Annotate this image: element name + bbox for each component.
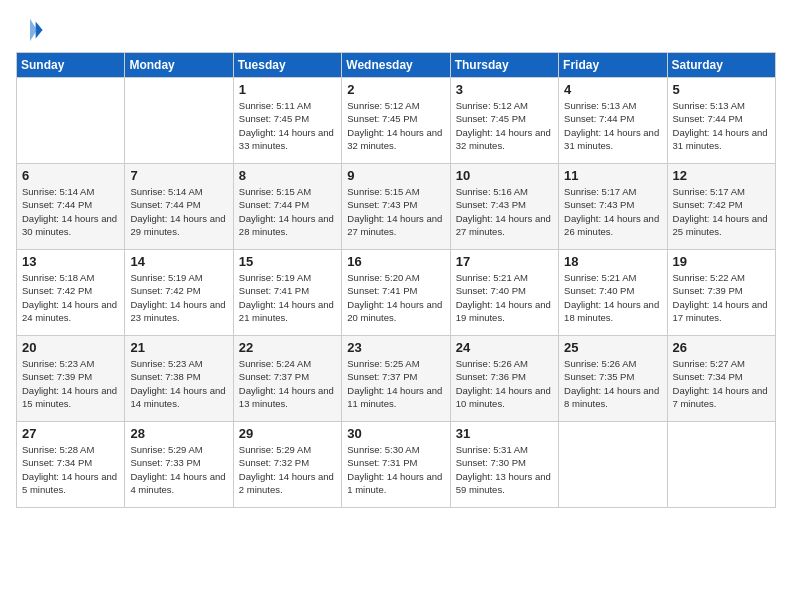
day-number: 27	[22, 426, 119, 441]
calendar-cell: 4Sunrise: 5:13 AMSunset: 7:44 PMDaylight…	[559, 78, 667, 164]
calendar-cell: 22Sunrise: 5:24 AMSunset: 7:37 PMDayligh…	[233, 336, 341, 422]
calendar-cell: 13Sunrise: 5:18 AMSunset: 7:42 PMDayligh…	[17, 250, 125, 336]
day-number: 5	[673, 82, 770, 97]
calendar-cell: 23Sunrise: 5:25 AMSunset: 7:37 PMDayligh…	[342, 336, 450, 422]
day-number: 12	[673, 168, 770, 183]
day-number: 30	[347, 426, 444, 441]
calendar-cell	[17, 78, 125, 164]
day-info: Sunrise: 5:30 AMSunset: 7:31 PMDaylight:…	[347, 443, 444, 496]
calendar-cell: 26Sunrise: 5:27 AMSunset: 7:34 PMDayligh…	[667, 336, 775, 422]
weekday-header: Wednesday	[342, 53, 450, 78]
calendar-cell: 25Sunrise: 5:26 AMSunset: 7:35 PMDayligh…	[559, 336, 667, 422]
calendar-cell: 12Sunrise: 5:17 AMSunset: 7:42 PMDayligh…	[667, 164, 775, 250]
calendar-cell: 2Sunrise: 5:12 AMSunset: 7:45 PMDaylight…	[342, 78, 450, 164]
day-info: Sunrise: 5:20 AMSunset: 7:41 PMDaylight:…	[347, 271, 444, 324]
calendar-cell	[667, 422, 775, 508]
day-info: Sunrise: 5:29 AMSunset: 7:32 PMDaylight:…	[239, 443, 336, 496]
weekday-header: Thursday	[450, 53, 558, 78]
calendar-cell: 24Sunrise: 5:26 AMSunset: 7:36 PMDayligh…	[450, 336, 558, 422]
day-info: Sunrise: 5:12 AMSunset: 7:45 PMDaylight:…	[456, 99, 553, 152]
day-info: Sunrise: 5:18 AMSunset: 7:42 PMDaylight:…	[22, 271, 119, 324]
day-number: 20	[22, 340, 119, 355]
day-info: Sunrise: 5:31 AMSunset: 7:30 PMDaylight:…	[456, 443, 553, 496]
calendar-cell: 16Sunrise: 5:20 AMSunset: 7:41 PMDayligh…	[342, 250, 450, 336]
day-info: Sunrise: 5:15 AMSunset: 7:43 PMDaylight:…	[347, 185, 444, 238]
logo	[16, 16, 48, 44]
calendar-week-row: 20Sunrise: 5:23 AMSunset: 7:39 PMDayligh…	[17, 336, 776, 422]
day-number: 28	[130, 426, 227, 441]
day-info: Sunrise: 5:23 AMSunset: 7:38 PMDaylight:…	[130, 357, 227, 410]
day-number: 18	[564, 254, 661, 269]
calendar-cell: 29Sunrise: 5:29 AMSunset: 7:32 PMDayligh…	[233, 422, 341, 508]
calendar-cell	[125, 78, 233, 164]
day-number: 15	[239, 254, 336, 269]
day-info: Sunrise: 5:26 AMSunset: 7:36 PMDaylight:…	[456, 357, 553, 410]
day-info: Sunrise: 5:19 AMSunset: 7:41 PMDaylight:…	[239, 271, 336, 324]
day-info: Sunrise: 5:24 AMSunset: 7:37 PMDaylight:…	[239, 357, 336, 410]
day-number: 6	[22, 168, 119, 183]
day-number: 16	[347, 254, 444, 269]
day-number: 2	[347, 82, 444, 97]
calendar-cell: 21Sunrise: 5:23 AMSunset: 7:38 PMDayligh…	[125, 336, 233, 422]
day-info: Sunrise: 5:13 AMSunset: 7:44 PMDaylight:…	[673, 99, 770, 152]
calendar-week-row: 13Sunrise: 5:18 AMSunset: 7:42 PMDayligh…	[17, 250, 776, 336]
calendar-week-row: 1Sunrise: 5:11 AMSunset: 7:45 PMDaylight…	[17, 78, 776, 164]
day-number: 13	[22, 254, 119, 269]
calendar-cell: 1Sunrise: 5:11 AMSunset: 7:45 PMDaylight…	[233, 78, 341, 164]
day-number: 11	[564, 168, 661, 183]
weekday-header: Friday	[559, 53, 667, 78]
calendar-cell: 28Sunrise: 5:29 AMSunset: 7:33 PMDayligh…	[125, 422, 233, 508]
calendar-cell: 14Sunrise: 5:19 AMSunset: 7:42 PMDayligh…	[125, 250, 233, 336]
day-info: Sunrise: 5:26 AMSunset: 7:35 PMDaylight:…	[564, 357, 661, 410]
day-number: 4	[564, 82, 661, 97]
calendar-cell: 8Sunrise: 5:15 AMSunset: 7:44 PMDaylight…	[233, 164, 341, 250]
weekday-header: Saturday	[667, 53, 775, 78]
day-number: 29	[239, 426, 336, 441]
calendar-cell: 20Sunrise: 5:23 AMSunset: 7:39 PMDayligh…	[17, 336, 125, 422]
page-header	[16, 16, 776, 44]
calendar-cell: 15Sunrise: 5:19 AMSunset: 7:41 PMDayligh…	[233, 250, 341, 336]
day-info: Sunrise: 5:25 AMSunset: 7:37 PMDaylight:…	[347, 357, 444, 410]
calendar-cell: 5Sunrise: 5:13 AMSunset: 7:44 PMDaylight…	[667, 78, 775, 164]
weekday-header: Tuesday	[233, 53, 341, 78]
calendar-week-row: 6Sunrise: 5:14 AMSunset: 7:44 PMDaylight…	[17, 164, 776, 250]
day-info: Sunrise: 5:16 AMSunset: 7:43 PMDaylight:…	[456, 185, 553, 238]
weekday-header-row: SundayMondayTuesdayWednesdayThursdayFrid…	[17, 53, 776, 78]
calendar-cell: 11Sunrise: 5:17 AMSunset: 7:43 PMDayligh…	[559, 164, 667, 250]
day-number: 21	[130, 340, 227, 355]
day-info: Sunrise: 5:14 AMSunset: 7:44 PMDaylight:…	[22, 185, 119, 238]
day-number: 14	[130, 254, 227, 269]
day-info: Sunrise: 5:19 AMSunset: 7:42 PMDaylight:…	[130, 271, 227, 324]
calendar-cell: 17Sunrise: 5:21 AMSunset: 7:40 PMDayligh…	[450, 250, 558, 336]
day-number: 7	[130, 168, 227, 183]
day-number: 31	[456, 426, 553, 441]
day-info: Sunrise: 5:23 AMSunset: 7:39 PMDaylight:…	[22, 357, 119, 410]
calendar-cell: 9Sunrise: 5:15 AMSunset: 7:43 PMDaylight…	[342, 164, 450, 250]
logo-icon	[16, 16, 44, 44]
day-info: Sunrise: 5:15 AMSunset: 7:44 PMDaylight:…	[239, 185, 336, 238]
day-info: Sunrise: 5:29 AMSunset: 7:33 PMDaylight:…	[130, 443, 227, 496]
day-info: Sunrise: 5:17 AMSunset: 7:42 PMDaylight:…	[673, 185, 770, 238]
calendar-cell: 31Sunrise: 5:31 AMSunset: 7:30 PMDayligh…	[450, 422, 558, 508]
weekday-header: Monday	[125, 53, 233, 78]
day-info: Sunrise: 5:17 AMSunset: 7:43 PMDaylight:…	[564, 185, 661, 238]
calendar-table: SundayMondayTuesdayWednesdayThursdayFrid…	[16, 52, 776, 508]
calendar-cell: 19Sunrise: 5:22 AMSunset: 7:39 PMDayligh…	[667, 250, 775, 336]
calendar-week-row: 27Sunrise: 5:28 AMSunset: 7:34 PMDayligh…	[17, 422, 776, 508]
day-number: 17	[456, 254, 553, 269]
day-number: 9	[347, 168, 444, 183]
day-number: 19	[673, 254, 770, 269]
calendar-cell: 6Sunrise: 5:14 AMSunset: 7:44 PMDaylight…	[17, 164, 125, 250]
day-number: 25	[564, 340, 661, 355]
day-info: Sunrise: 5:21 AMSunset: 7:40 PMDaylight:…	[564, 271, 661, 324]
calendar-cell: 27Sunrise: 5:28 AMSunset: 7:34 PMDayligh…	[17, 422, 125, 508]
day-info: Sunrise: 5:13 AMSunset: 7:44 PMDaylight:…	[564, 99, 661, 152]
calendar-cell: 7Sunrise: 5:14 AMSunset: 7:44 PMDaylight…	[125, 164, 233, 250]
day-number: 8	[239, 168, 336, 183]
day-info: Sunrise: 5:14 AMSunset: 7:44 PMDaylight:…	[130, 185, 227, 238]
day-info: Sunrise: 5:22 AMSunset: 7:39 PMDaylight:…	[673, 271, 770, 324]
day-info: Sunrise: 5:12 AMSunset: 7:45 PMDaylight:…	[347, 99, 444, 152]
calendar-cell: 3Sunrise: 5:12 AMSunset: 7:45 PMDaylight…	[450, 78, 558, 164]
calendar-cell: 10Sunrise: 5:16 AMSunset: 7:43 PMDayligh…	[450, 164, 558, 250]
day-number: 22	[239, 340, 336, 355]
